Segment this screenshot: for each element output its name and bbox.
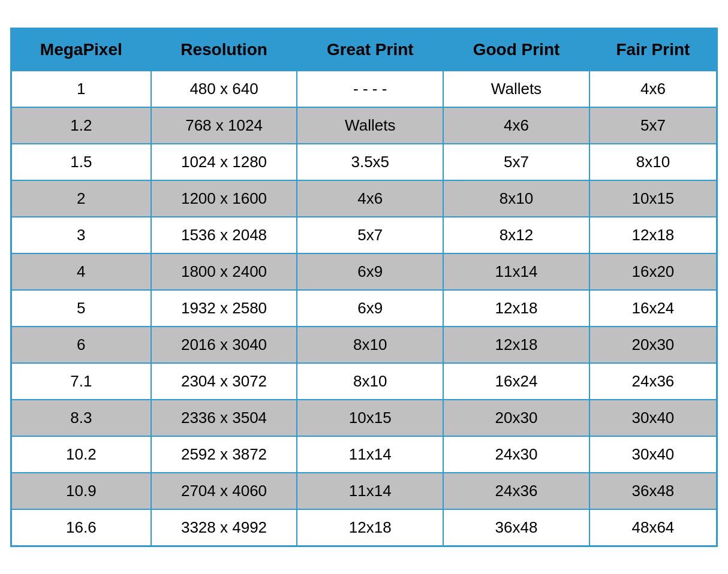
table-row: 7.12304 x 30728x1016x2424x36 — [11, 363, 717, 400]
table-cell: 12x18 — [297, 509, 443, 546]
header-resolution: Resolution — [151, 28, 297, 71]
table-cell: 5 — [11, 290, 151, 327]
table-cell: 1024 x 1280 — [151, 144, 297, 180]
table-cell: 12x18 — [589, 217, 717, 253]
table-cell: 3.5x5 — [297, 144, 443, 180]
table-cell: 24x36 — [443, 473, 589, 509]
table-cell: 480 x 640 — [151, 71, 297, 107]
table-cell: 16x24 — [443, 363, 589, 400]
table-cell: 8x10 — [589, 144, 717, 180]
table-row: 51932 x 25806x912x1816x24 — [11, 290, 717, 327]
table-cell: 24x30 — [443, 436, 589, 473]
table-cell: 12x18 — [443, 327, 589, 363]
table-cell: 20x30 — [589, 327, 717, 363]
table-cell: 3 — [11, 217, 151, 253]
table-cell: 30x40 — [589, 436, 717, 473]
print-quality-table: MegaPixel Resolution Great Print Good Pr… — [10, 28, 718, 547]
table-cell: 8x10 — [297, 327, 443, 363]
table-cell: Wallets — [297, 107, 443, 144]
table-cell: 2592 x 3872 — [151, 436, 297, 473]
table-cell: 7.1 — [11, 363, 151, 400]
table-cell: 4x6 — [443, 107, 589, 144]
table-cell: 10x15 — [297, 400, 443, 436]
table-row: 10.22592 x 387211x1424x3030x40 — [11, 436, 717, 473]
table-row: 1.2768 x 1024Wallets4x65x7 — [11, 107, 717, 144]
table-cell: 10x15 — [589, 180, 717, 217]
table-cell: 4 — [11, 253, 151, 290]
table-cell: 2704 x 4060 — [151, 473, 297, 509]
table-cell: 1932 x 2580 — [151, 290, 297, 327]
table-cell: 8.3 — [11, 400, 151, 436]
table-cell: Wallets — [443, 71, 589, 107]
table-cell: 8x12 — [443, 217, 589, 253]
table-cell: 11x14 — [297, 473, 443, 509]
table-cell: 5x7 — [297, 217, 443, 253]
table-row: 16.63328 x 499212x1836x4848x64 — [11, 509, 717, 546]
table-cell: - - - - — [297, 71, 443, 107]
table-cell: 12x18 — [443, 290, 589, 327]
table-cell: 6 — [11, 327, 151, 363]
table-cell: 1536 x 2048 — [151, 217, 297, 253]
table-cell: 4x6 — [589, 71, 717, 107]
table-row: 10.92704 x 406011x1424x3636x48 — [11, 473, 717, 509]
table-cell: 2016 x 3040 — [151, 327, 297, 363]
header-great-print: Great Print — [297, 28, 443, 71]
table-row: 62016 x 30408x1012x1820x30 — [11, 327, 717, 363]
table-cell: 20x30 — [443, 400, 589, 436]
table-cell: 11x14 — [443, 253, 589, 290]
table-cell: 6x9 — [297, 290, 443, 327]
header-fair-print: Fair Print — [589, 28, 717, 71]
table-row: 1480 x 640- - - -Wallets4x6 — [11, 71, 717, 107]
table-cell: 5x7 — [443, 144, 589, 180]
table-cell: 2304 x 3072 — [151, 363, 297, 400]
table-cell: 2336 x 3504 — [151, 400, 297, 436]
table-cell: 1.5 — [11, 144, 151, 180]
table-cell: 8x10 — [443, 180, 589, 217]
table-cell: 5x7 — [589, 107, 717, 144]
table-cell: 4x6 — [297, 180, 443, 217]
table-row: 21200 x 16004x68x1010x15 — [11, 180, 717, 217]
table-cell: 36x48 — [443, 509, 589, 546]
table-cell: 11x14 — [297, 436, 443, 473]
table-cell: 36x48 — [589, 473, 717, 509]
table-cell: 16.6 — [11, 509, 151, 546]
table-cell: 768 x 1024 — [151, 107, 297, 144]
table-cell: 6x9 — [297, 253, 443, 290]
table-cell: 10.9 — [11, 473, 151, 509]
table-container: MegaPixel Resolution Great Print Good Pr… — [10, 28, 718, 547]
table-cell: 1200 x 1600 — [151, 180, 297, 217]
table-cell: 16x20 — [589, 253, 717, 290]
table-cell: 1 — [11, 71, 151, 107]
header-megapixel: MegaPixel — [11, 28, 151, 71]
table-cell: 3328 x 4992 — [151, 509, 297, 546]
table-row: 1.51024 x 12803.5x55x78x10 — [11, 144, 717, 180]
table-cell: 48x64 — [589, 509, 717, 546]
table-cell: 2 — [11, 180, 151, 217]
table-header-row: MegaPixel Resolution Great Print Good Pr… — [11, 28, 717, 71]
table-cell: 1800 x 2400 — [151, 253, 297, 290]
table-cell: 1.2 — [11, 107, 151, 144]
table-cell: 16x24 — [589, 290, 717, 327]
table-cell: 10.2 — [11, 436, 151, 473]
header-good-print: Good Print — [443, 28, 589, 71]
table-cell: 24x36 — [589, 363, 717, 400]
table-cell: 30x40 — [589, 400, 717, 436]
table-row: 8.32336 x 350410x1520x3030x40 — [11, 400, 717, 436]
table-row: 31536 x 20485x78x1212x18 — [11, 217, 717, 253]
table-row: 41800 x 24006x911x1416x20 — [11, 253, 717, 290]
table-cell: 8x10 — [297, 363, 443, 400]
